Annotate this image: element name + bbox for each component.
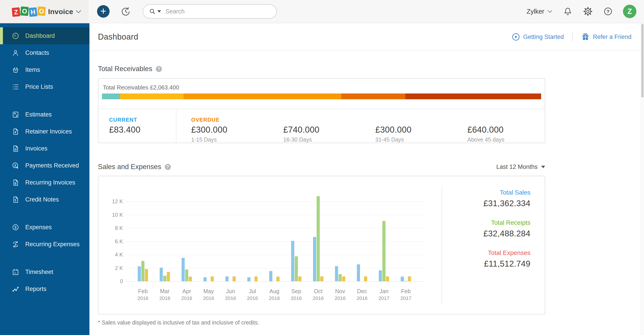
getting-started-link[interactable]: Getting Started bbox=[512, 33, 564, 41]
receivables-segment-current bbox=[102, 94, 120, 99]
bar-expenses-mar-2016 bbox=[167, 272, 170, 281]
bar-sales-feb-2016 bbox=[138, 266, 141, 281]
product-name: Invoice bbox=[48, 8, 73, 16]
gridline bbox=[125, 228, 425, 228]
period-filter-value: Last 12 Months bbox=[496, 164, 538, 170]
search-bar[interactable] bbox=[143, 4, 277, 18]
estimate-icon bbox=[12, 111, 20, 118]
bar-sales-nov-2016 bbox=[335, 266, 338, 281]
bar-receipts-mar-2016 bbox=[163, 276, 166, 281]
gridline bbox=[125, 254, 425, 255]
bar-expenses-dec-2016 bbox=[364, 276, 367, 281]
receivables-segment-overdue-16-30-days bbox=[184, 94, 341, 99]
stat-current-label: CURRENT bbox=[109, 116, 176, 124]
bar-sales-jul-2016 bbox=[247, 277, 250, 281]
action-label: Getting Started bbox=[523, 34, 564, 40]
brand-logo[interactable]: ZOHO Invoice bbox=[0, 0, 90, 23]
y-axis-tick-label: 10 K bbox=[100, 212, 123, 218]
document-recurring-icon bbox=[12, 179, 20, 186]
logo-tile-0: Z bbox=[12, 8, 20, 17]
scrollbar-thumb[interactable] bbox=[641, 24, 644, 98]
help-icon[interactable]: ? bbox=[603, 7, 613, 16]
y-axis-tick-label: 12 K bbox=[100, 198, 123, 205]
receivables-stats-row: CURRENT£83.400OVERDUE£300.0001-15 Days£7… bbox=[98, 109, 545, 143]
gridline bbox=[125, 215, 425, 215]
gridline bbox=[125, 241, 425, 242]
sidebar-item-timesheet[interactable]: Timesheet bbox=[0, 264, 90, 280]
sales-expenses-title: Sales and Expenses bbox=[98, 163, 161, 171]
quick-create-button[interactable]: + bbox=[97, 5, 110, 18]
payment-received-icon: $ bbox=[12, 162, 20, 170]
sidebar-item-label: Recurring Invoices bbox=[25, 179, 75, 186]
bar-sales-sep-2016 bbox=[291, 241, 294, 281]
total-value: £32,488.284 bbox=[484, 229, 530, 238]
sidebar-item-label: Price Lists bbox=[25, 84, 53, 90]
topbar-right: Zylker ? Z bbox=[526, 5, 644, 18]
user-avatar[interactable]: Z bbox=[623, 5, 636, 18]
top-navbar: ZOHO Invoice + Zylker bbox=[0, 0, 644, 23]
total-total-expenses: Total Expenses£11,512.749 bbox=[484, 249, 530, 269]
receivables-segment-overdue-31-45-days bbox=[341, 94, 406, 99]
sidebar-item-price-lists[interactable]: Price Lists bbox=[0, 78, 90, 95]
total-receivables-card: Total Receivables £2,063.400 CURRENT£83.… bbox=[98, 78, 545, 143]
svg-text:$: $ bbox=[14, 242, 16, 246]
document-star-icon bbox=[12, 128, 20, 136]
sidebar-item-credit-notes[interactable]: $Credit Notes bbox=[0, 191, 90, 208]
y-axis-tick-label: 4 K bbox=[100, 251, 123, 258]
sidebar-item-expenses[interactable]: $Expenses bbox=[0, 219, 90, 236]
bar-expenses-jan-2017 bbox=[386, 276, 389, 281]
page-title: Dashboard bbox=[98, 32, 138, 42]
stat-overdue-label bbox=[467, 116, 545, 124]
expense-icon: $ bbox=[12, 224, 20, 231]
reports-icon bbox=[12, 285, 20, 293]
sidebar-item-reports[interactable]: Reports bbox=[0, 280, 90, 298]
search-scope-caret-icon[interactable] bbox=[158, 10, 161, 12]
receivables-summary: Total Receivables £2,063.400 bbox=[98, 79, 545, 91]
gridline bbox=[125, 268, 425, 268]
sidebar-item-retainer-invoices[interactable]: Retainer Invoices bbox=[0, 123, 90, 140]
topbar-main: + Zylker bbox=[90, 0, 644, 23]
actions-divider bbox=[572, 32, 573, 42]
sidebar-item-invoices[interactable]: Invoices bbox=[0, 140, 90, 157]
sidebar: DashboardContactsItemsPrice ListsEstimat… bbox=[0, 23, 90, 335]
stat-period: 1-15 Days bbox=[191, 136, 268, 143]
sidebar-item-label: Payments Received bbox=[25, 162, 79, 169]
sidebar-item-estimates[interactable]: Estimates bbox=[0, 106, 90, 123]
help-badge-icon[interactable]: ? bbox=[165, 164, 171, 170]
notifications-bell-icon[interactable] bbox=[563, 7, 572, 16]
refer-a-friend-link[interactable]: Refer a Friend bbox=[581, 33, 632, 41]
logo-tile-1: O bbox=[20, 6, 29, 16]
dashboard-content: Total Receivables ? Total Receivables £2… bbox=[90, 65, 644, 326]
sidebar-item-items[interactable]: Items bbox=[0, 61, 90, 78]
help-badge-icon[interactable]: ? bbox=[156, 66, 162, 72]
stat-period: 16-30 Days bbox=[283, 136, 361, 143]
gridline bbox=[125, 201, 425, 202]
sidebar-item-payments-received[interactable]: $Payments Received bbox=[0, 157, 90, 174]
bar-expenses-nov-2016 bbox=[342, 276, 345, 281]
sidebar-item-dashboard[interactable]: Dashboard bbox=[0, 27, 90, 44]
sidebar-item-label: Retainer Invoices bbox=[25, 128, 72, 135]
logo-tile-3: O bbox=[37, 6, 46, 16]
stat-value: £300.000 bbox=[191, 125, 268, 135]
bar-expenses-may-2016 bbox=[211, 276, 214, 281]
search-input[interactable] bbox=[165, 8, 270, 15]
period-filter-dropdown[interactable]: Last 12 Months bbox=[496, 164, 545, 170]
bar-receipts-sep-2016 bbox=[295, 256, 298, 281]
sidebar-item-contacts[interactable]: Contacts bbox=[0, 44, 90, 61]
gift-icon bbox=[581, 33, 590, 41]
search-icon bbox=[149, 8, 156, 15]
sidebar-item-recurring-invoices[interactable]: Recurring Invoices bbox=[0, 174, 90, 191]
org-switcher[interactable]: Zylker bbox=[526, 8, 552, 15]
stat-above-45-days: £640.000Above 45 days bbox=[452, 109, 545, 143]
recent-history-icon[interactable] bbox=[120, 6, 130, 16]
total-label: Total Receipts bbox=[484, 219, 530, 226]
credit-note-icon: $ bbox=[12, 196, 20, 204]
scrollbar[interactable] bbox=[641, 23, 644, 335]
sidebar-item-label: Recurring Expenses bbox=[25, 241, 80, 248]
sidebar-item-label: Credit Notes bbox=[25, 196, 59, 203]
total-label: Total Sales bbox=[484, 189, 530, 196]
settings-gear-icon[interactable] bbox=[583, 7, 592, 16]
bar-sales-aug-2016 bbox=[269, 271, 272, 281]
price-list-icon bbox=[12, 83, 20, 91]
sidebar-item-recurring-expenses[interactable]: $Recurring Expenses bbox=[0, 236, 90, 253]
